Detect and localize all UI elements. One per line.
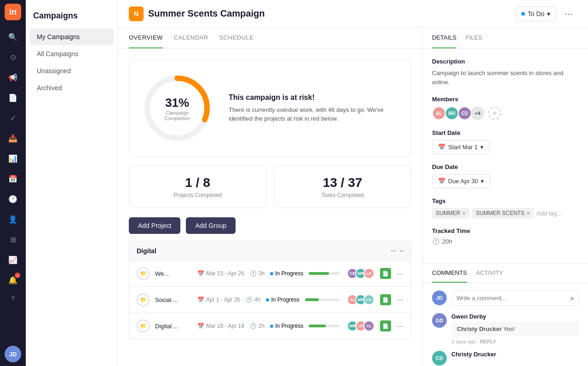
more-options-button[interactable]: ··· [560, 6, 577, 22]
project-more-button[interactable]: ··· [397, 295, 404, 305]
stat-tasks: 13 / 37 Tasks Completed [274, 166, 411, 208]
group-name: Digital [137, 247, 156, 255]
progress-bar-container [309, 272, 340, 275]
app-logo[interactable]: in [5, 4, 21, 20]
tracked-time-section: Tracked Time 🕐 20h [432, 227, 579, 245]
comment-body: Gwen Derby Christy Drucker Yes! 3 days a… [451, 313, 579, 344]
stat-projects-value: 1 / 8 [138, 175, 257, 190]
description-section: Description Campaign to launch summer sc… [432, 58, 579, 87]
comment-entry: GD Gwen Derby Christy Drucker Yes! 3 day… [432, 313, 579, 344]
sidebar-item-my-campaigns[interactable]: My Campaigns [29, 29, 114, 45]
donut-text: 31% Campaign Completion [159, 96, 196, 121]
campaign-icon: N [129, 6, 144, 21]
project-name[interactable]: Digital ... [155, 323, 192, 330]
start-date-button[interactable]: 📅 Start Mar 1 ▾ [432, 140, 490, 154]
members-row: AL MR CD +4 + [432, 106, 579, 120]
nav-help[interactable]: ? [7, 291, 18, 306]
tags-row: SUMMER ✕ SUMMER SCENTS ✕ Add tag... [432, 208, 579, 218]
nav-campaigns[interactable]: 📢 [4, 68, 22, 87]
status-dot-icon [521, 12, 525, 16]
add-tag-button[interactable]: Add tag... [536, 210, 562, 217]
main-tabs: OVERVIEW CALENDAR SCHEDULE [118, 28, 422, 49]
nav-notifications[interactable]: 🔔 [4, 271, 22, 289]
project-time: 🕐 4h [246, 296, 260, 303]
sidebar-item-all-campaigns[interactable]: All Campaigns [29, 46, 114, 62]
due-date-button[interactable]: 📅 Due Apr 30 ▾ [432, 174, 490, 188]
nav-tasks[interactable]: ✓ [4, 109, 22, 127]
comments-content: JD ➤ GD Gwen Derby Christy [423, 283, 588, 366]
project-row: 📁 Digital ... 📅 Mar 18 - Apr 19 🕐 2h [129, 313, 411, 339]
comment-body: Christy Drucker [451, 351, 579, 366]
send-icon[interactable]: ➤ [570, 295, 575, 302]
tab-activity[interactable]: ACTIVITY [476, 264, 503, 283]
risk-title: This campaign is at risk! [229, 93, 400, 102]
add-project-button[interactable]: Add Project [129, 217, 180, 234]
avatar: LK [363, 294, 375, 305]
project-avatars: MR LK AL [347, 320, 375, 331]
tab-overview[interactable]: OVERVIEW [129, 28, 163, 48]
clock-icon: 🕐 [432, 238, 439, 245]
stat-projects-label: Projects Completed [138, 192, 257, 198]
nav-inbox[interactable]: 📥 [4, 129, 22, 147]
project-name[interactable]: We... [155, 270, 192, 277]
tag-summer: SUMMER ✕ [432, 208, 469, 218]
sidebar-item-archived[interactable]: Archived [29, 80, 114, 96]
progress-bar-container [309, 325, 340, 327]
nav-calendar[interactable]: 📅 [4, 169, 22, 188]
project-icon: 📁 [137, 267, 150, 280]
stat-tasks-value: 13 / 37 [283, 175, 402, 190]
folder-icon: 📁 [140, 296, 147, 303]
tag-summer-scents: SUMMER SCENTS ✕ [472, 208, 533, 218]
main-content: OVERVIEW CALENDAR SCHEDULE 31% Campaign … [118, 28, 422, 366]
nav-documents[interactable]: 📄 [4, 88, 22, 107]
add-group-button[interactable]: Add Group [186, 217, 236, 234]
member-count: +4 [471, 106, 484, 120]
comment-entry: CD Christy Drucker [432, 351, 579, 366]
project-status: In Progress [266, 296, 299, 303]
avatar: AL [363, 320, 375, 331]
project-more-button[interactable]: ··· [397, 321, 404, 331]
nav-bar: in 🔍 ⊙ 📢 📄 ✓ 📥 📊 📅 🕐 👤 ⊞ 📈 🔔 ? JD [0, 0, 26, 366]
add-member-button[interactable]: + [488, 107, 501, 120]
tab-comments[interactable]: COMMENTS [432, 264, 467, 283]
project-more-button[interactable]: ··· [397, 269, 404, 279]
nav-analytics[interactable]: 📈 [4, 250, 22, 269]
status-dot-icon [270, 272, 273, 275]
campaign-title-row: N Summer Scents Campaign [129, 6, 265, 21]
page-title: Summer Scents Campaign [148, 8, 265, 19]
nav-home[interactable]: ⊙ [4, 48, 22, 66]
risk-description: There is currently overdue work, with 46… [229, 105, 400, 123]
donut-percent: 31% [159, 96, 196, 110]
tab-schedule[interactable]: SCHEDULE [219, 28, 254, 48]
calendar-icon: 📅 [438, 178, 445, 185]
tracked-time-value: 🕐 20h [432, 238, 579, 245]
reply-button[interactable]: REPLY [480, 339, 496, 344]
nav-people[interactable]: 👤 [4, 210, 22, 228]
tags-label: Tags [432, 198, 579, 204]
due-date-label: Due Date [432, 163, 579, 170]
sidebar-title: Campaigns [26, 7, 117, 28]
description-label: Description [432, 58, 579, 65]
sidebar-item-unassigned[interactable]: Unassigned [29, 63, 114, 79]
nav-history[interactable]: 🕐 [4, 190, 22, 208]
nav-search[interactable]: 🔍 [4, 28, 22, 46]
tab-files[interactable]: FILES [466, 28, 482, 48]
nav-dashboard[interactable]: ⊞ [4, 230, 22, 249]
project-status: In Progress [270, 270, 303, 277]
group-more-icon[interactable]: ··· [391, 247, 396, 255]
project-name[interactable]: Social ... [155, 296, 192, 303]
group-collapse-icon[interactable]: − [400, 247, 404, 255]
tab-calendar[interactable]: CALENDAR [174, 28, 208, 48]
remove-tag-button[interactable]: ✕ [462, 211, 466, 216]
nav-reports[interactable]: 📊 [4, 149, 22, 168]
comment-reply-text: Christy Drucker Yes! [451, 322, 579, 336]
tab-details[interactable]: DETAILS [432, 28, 456, 48]
stat-projects: 1 / 8 Projects Completed [129, 166, 266, 208]
comment-input[interactable] [451, 290, 579, 306]
status-button[interactable]: To Do ▾ [515, 6, 557, 21]
comment-author: Gwen Derby [451, 313, 579, 320]
remove-tag-button[interactable]: ✕ [526, 211, 530, 216]
members-section: Members AL MR CD +4 + [432, 96, 579, 120]
progress-bar [305, 298, 319, 301]
nav-avatar[interactable]: JD [5, 346, 21, 362]
